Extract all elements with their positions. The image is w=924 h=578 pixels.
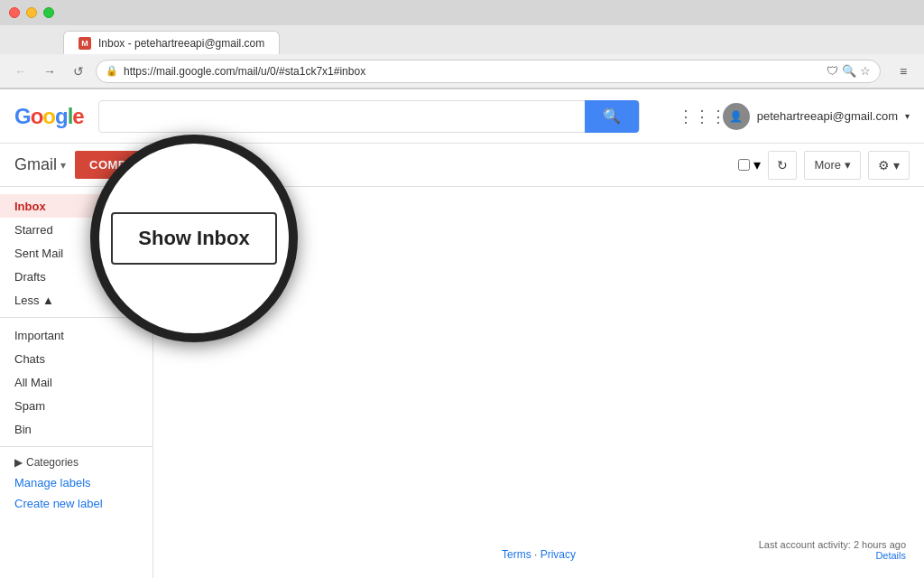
browser-menu-button[interactable]: ≡ (892, 60, 915, 83)
sidebar-create-new-label[interactable]: Create new label (0, 493, 152, 514)
content-area: Terms · Privacy Last account activity: 2… (153, 187, 924, 578)
search-button[interactable]: 🔍 (585, 100, 639, 133)
sidebar-categories-label[interactable]: ▶ Categories (0, 452, 152, 472)
sidebar-item-sent-mail[interactable]: Sent Mail (0, 241, 152, 265)
maximize-button[interactable] (43, 7, 54, 18)
more-label: More (814, 158, 841, 172)
address-text: https://mail.google.com/mail/u/0/#sta1ck… (124, 65, 821, 78)
user-dropdown-arrow[interactable]: ▾ (905, 111, 910, 121)
search-icon: 🔍 (603, 107, 621, 125)
apps-icon[interactable]: ⋮⋮⋮ (688, 103, 716, 130)
gmail-header: Google 🔍 ⋮⋮⋮ 👤 petehartreeapi@gmail.com … (0, 89, 924, 144)
settings-icon: ⚙ (878, 158, 890, 172)
sidebar-item-all-mail[interactable]: All Mail (0, 370, 152, 394)
address-icons: 🛡 🔍 ☆ (827, 64, 871, 78)
subheader-actions: ▾ ↻ More ▾ ⚙ ▾ (738, 151, 910, 180)
sidebar: Inbox Starred Sent Mail Drafts Less ▲ Im (0, 187, 153, 578)
browser-toolbar: ← → ↺ 🔒 https://mail.google.com/mail/u/0… (0, 54, 924, 89)
address-bar[interactable]: 🔒 https://mail.google.com/mail/u/0/#sta1… (96, 60, 881, 83)
sidebar-item-starred[interactable]: Starred (0, 218, 152, 241)
shield-icon: 🛡 (827, 64, 838, 78)
forward-button[interactable]: → (38, 60, 61, 83)
sidebar-item-bin[interactable]: Bin (0, 417, 152, 441)
toolbar-right: ≡ (892, 60, 915, 83)
refresh-button[interactable]: ↻ (768, 151, 797, 180)
settings-button[interactable]: ⚙ ▾ (868, 151, 910, 180)
more-dropdown-arrow: ▾ (845, 158, 851, 172)
select-all-checkbox[interactable] (738, 159, 750, 171)
sidebar-item-chats[interactable]: Chats (0, 347, 152, 370)
browser-tab-gmail[interactable]: M Inbox - petehartreeapi@gmail.com (63, 31, 280, 54)
gmail-dropdown-arrow[interactable]: ▾ (60, 159, 66, 172)
more-button[interactable]: More ▾ (804, 151, 861, 180)
activity-line1: Last account activity: 2 hours ago (759, 539, 906, 550)
browser-tab-bar: M Inbox - petehartreeapi@gmail.com (0, 25, 924, 54)
user-email[interactable]: petehartreeapi@gmail.com (757, 109, 898, 123)
sidebar-divider (0, 317, 152, 318)
back-button[interactable]: ← (9, 60, 32, 83)
account-icon[interactable]: 👤 (723, 103, 750, 130)
terms-link[interactable]: Terms (502, 548, 531, 561)
close-button[interactable] (9, 7, 20, 18)
browser-chrome: M Inbox - petehartreeapi@gmail.com ← → ↺… (0, 0, 924, 89)
select-dropdown-arrow[interactable]: ▾ (753, 156, 761, 173)
select-checkbox-area[interactable]: ▾ (738, 156, 761, 173)
search-input[interactable] (106, 108, 585, 124)
gmail-subheader: Gmail ▾ COMPOSE ▾ ↻ More ▾ ⚙ ▾ (0, 144, 924, 187)
tab-title: Inbox - petehartreeapi@gmail.com (98, 37, 264, 50)
sidebar-item-drafts[interactable]: Drafts (0, 265, 152, 288)
footer-activity: Last account activity: 2 hours ago Detai… (759, 539, 906, 561)
footer-links: Terms · Privacy (502, 548, 576, 561)
sidebar-item-important[interactable]: Important (0, 323, 152, 347)
minimize-button[interactable] (26, 7, 37, 18)
refresh-icon: ↻ (777, 158, 788, 172)
gmail-main: Inbox Starred Sent Mail Drafts Less ▲ Im (0, 187, 924, 578)
gmail-inner: Google 🔍 ⋮⋮⋮ 👤 petehartreeapi@gmail.com … (0, 89, 924, 578)
sidebar-item-spam[interactable]: Spam (0, 394, 152, 417)
search-bar[interactable]: 🔍 (98, 100, 640, 133)
header-right: ⋮⋮⋮ 👤 petehartreeapi@gmail.com ▾ (688, 103, 910, 130)
search-address-icon: 🔍 (842, 64, 856, 78)
reload-button[interactable]: ↺ (67, 60, 90, 83)
google-logo: Google (14, 104, 84, 129)
sidebar-item-less[interactable]: Less ▲ (0, 288, 152, 312)
sidebar-divider-2 (0, 446, 152, 447)
ssl-icon: 🔒 (106, 65, 118, 77)
gmail-page: Google 🔍 ⋮⋮⋮ 👤 petehartreeapi@gmail.com … (0, 89, 924, 578)
privacy-link[interactable]: Privacy (541, 548, 576, 561)
compose-button[interactable]: COMPOSE (75, 151, 167, 179)
browser-titlebar (0, 0, 924, 25)
activity-details-link[interactable]: Details (875, 550, 906, 561)
bookmark-icon: ☆ (860, 64, 871, 78)
gmail-favicon: M (79, 37, 91, 50)
settings-dropdown-arrow: ▾ (893, 158, 900, 172)
content-footer: Terms · Privacy (502, 548, 576, 561)
sidebar-manage-labels[interactable]: Manage labels (0, 472, 152, 493)
categories-arrow: ▶ (14, 456, 23, 469)
sidebar-item-inbox[interactable]: Inbox (0, 194, 152, 218)
gmail-label: Gmail ▾ (14, 155, 66, 174)
